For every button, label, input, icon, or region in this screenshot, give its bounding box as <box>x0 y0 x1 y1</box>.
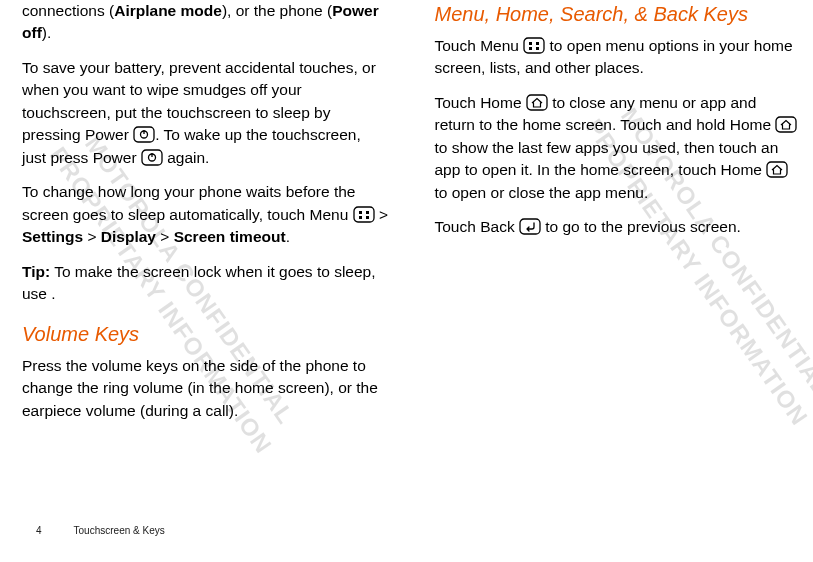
page-content: connections (Airplane mode), or the phon… <box>0 0 813 434</box>
svg-rect-11 <box>524 38 544 53</box>
svg-rect-19 <box>520 219 540 234</box>
paragraph-back-key: Touch Back to go to the previous screen. <box>435 216 802 238</box>
paragraph-home-key: Touch Home to close any menu or app and … <box>435 92 802 204</box>
paragraph-screen-timeout: To change how long your phone waits befo… <box>22 181 389 248</box>
menu-icon <box>353 206 375 223</box>
svg-rect-13 <box>536 42 539 45</box>
svg-rect-3 <box>142 150 162 165</box>
right-column: Menu, Home, Search, & Back Keys Touch Me… <box>435 0 802 434</box>
paragraph-battery: To save your battery, prevent accidental… <box>22 57 389 169</box>
power-icon <box>133 126 155 143</box>
svg-rect-17 <box>776 117 796 132</box>
svg-rect-12 <box>529 42 532 45</box>
paragraph-tip: Tip: To make the screen lock when it goe… <box>22 261 389 306</box>
heading-volume-keys: Volume Keys <box>22 320 389 349</box>
svg-rect-9 <box>359 216 362 219</box>
svg-rect-14 <box>529 47 532 50</box>
page-number: 4 <box>36 524 42 539</box>
paragraph-menu-key: Touch Menu to open menu options in your … <box>435 35 802 80</box>
paragraph-volume: Press the volume keys on the side of the… <box>22 355 389 422</box>
page-footer: 4Touchscreen & Keys <box>36 524 165 539</box>
heading-keys: Menu, Home, Search, & Back Keys <box>435 0 802 29</box>
back-icon <box>519 218 541 235</box>
home-icon <box>526 94 548 111</box>
svg-rect-6 <box>354 207 374 222</box>
power-icon <box>141 149 163 166</box>
home-icon <box>766 161 788 178</box>
svg-rect-10 <box>366 216 369 219</box>
svg-rect-7 <box>359 211 362 214</box>
svg-rect-8 <box>366 211 369 214</box>
menu-icon <box>523 37 545 54</box>
svg-rect-18 <box>767 162 787 177</box>
svg-rect-0 <box>134 127 154 142</box>
home-icon <box>775 116 797 133</box>
paragraph-connections: connections (Airplane mode), or the phon… <box>22 0 389 45</box>
left-column: connections (Airplane mode), or the phon… <box>22 0 389 434</box>
footer-section: Touchscreen & Keys <box>74 525 165 536</box>
svg-rect-15 <box>536 47 539 50</box>
svg-rect-16 <box>527 95 547 110</box>
